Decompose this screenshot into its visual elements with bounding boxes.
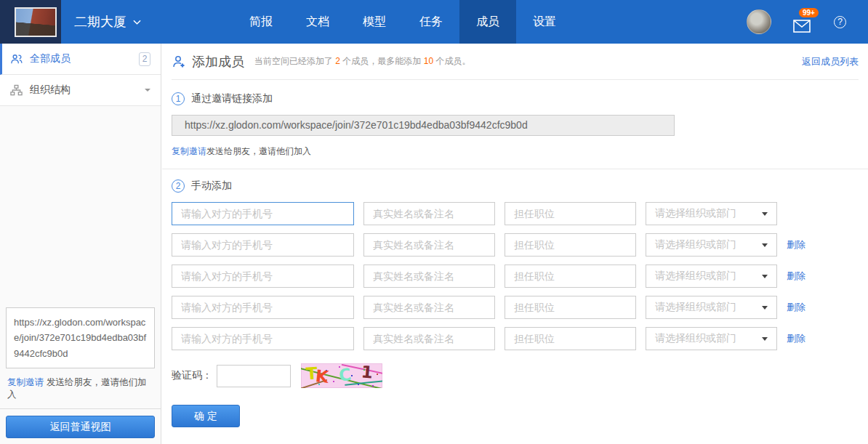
sidebar: 全部成员 2 组织结构 https://xz.glodon.com/worksp… xyxy=(0,44,161,444)
name-input[interactable] xyxy=(363,327,495,350)
max-member-count: 10 xyxy=(424,56,433,66)
captcha-input[interactable] xyxy=(217,365,291,387)
captcha-label: 验证码： xyxy=(172,369,212,382)
help-icon[interactable]: ? xyxy=(834,16,846,28)
top-header: 二期大厦 简报 文档 模型 任务 成员 设置 99+ ? xyxy=(0,0,868,44)
tab-documents[interactable]: 文档 xyxy=(289,0,346,44)
org-chart-icon xyxy=(10,84,23,97)
workspace-name: 二期大厦 xyxy=(74,13,126,31)
page-header: 添加成员 当前空间已经添加了 2 个成员，最多能添加 10 个成员。 返回成员列… xyxy=(172,44,859,80)
name-input[interactable] xyxy=(363,296,495,319)
org-select[interactable]: 请选择组织或部门 xyxy=(646,265,777,288)
divider xyxy=(0,408,161,409)
caret-down-icon xyxy=(762,243,768,250)
org-select[interactable]: 请选择组织或部门 xyxy=(646,296,777,319)
tab-models[interactable]: 模型 xyxy=(346,0,403,44)
manual-section-title: 手动添加 xyxy=(191,179,232,193)
sidebar-item-org-structure[interactable]: 组织结构 xyxy=(0,75,161,106)
invite-link-section: 1 通过邀请链接添加 https://xz.glodon.com/workspa… xyxy=(172,80,859,158)
delete-row-link[interactable]: 删除 xyxy=(787,332,805,345)
step-1-badge: 1 xyxy=(172,92,185,105)
caret-down-icon xyxy=(762,306,768,312)
phone-input[interactable] xyxy=(172,202,354,225)
caret-down-icon xyxy=(762,337,768,344)
caret-down-icon xyxy=(762,212,768,219)
copy-invite-hint: 发送给朋友，邀请他们加入 xyxy=(206,146,311,156)
sidebar-item-label: 组织结构 xyxy=(30,84,71,97)
member-row: 请选择组织或部门 删除 xyxy=(172,327,859,350)
sidebar-item-label: 全部成员 xyxy=(30,52,71,65)
tab-tasks[interactable]: 任务 xyxy=(403,0,459,44)
confirm-button[interactable]: 确 定 xyxy=(172,405,240,427)
sidebar-item-all-members[interactable]: 全部成员 2 xyxy=(0,44,161,75)
member-quota-note: 当前空间已经添加了 2 个成员，最多能添加 10 个成员。 xyxy=(254,55,470,68)
tab-settings[interactable]: 设置 xyxy=(516,0,573,44)
invite-section-title: 通过邀请链接添加 xyxy=(191,92,273,105)
phone-input[interactable] xyxy=(172,327,354,350)
messages-button[interactable]: 99+ xyxy=(793,9,812,34)
captcha-row: 验证码： T K C 1 xyxy=(172,363,859,388)
user-avatar[interactable] xyxy=(747,9,771,34)
step-2-badge: 2 xyxy=(172,179,185,193)
job-title-input[interactable] xyxy=(505,296,636,319)
name-input[interactable] xyxy=(363,233,495,257)
add-member-icon xyxy=(172,55,186,69)
tab-members[interactable]: 成员 xyxy=(459,0,516,44)
unread-count-badge: 99+ xyxy=(799,8,819,17)
envelope-icon xyxy=(793,20,811,33)
manual-add-section: 2 手动添加 请选择组织或部门 请选择组织或部门 xyxy=(172,169,859,427)
main-nav: 简报 文档 模型 任务 成员 设置 xyxy=(233,0,573,44)
job-title-input[interactable] xyxy=(505,202,636,225)
member-count-badge: 2 xyxy=(139,52,150,66)
member-row: 请选择组织或部门 删除 xyxy=(172,233,859,257)
job-title-input[interactable] xyxy=(505,327,636,350)
captcha-image[interactable]: T K C 1 xyxy=(301,363,382,388)
copy-invite-link[interactable]: 复制邀请 xyxy=(7,377,44,387)
chevron-down-icon xyxy=(133,18,141,26)
org-select[interactable]: 请选择组织或部门 xyxy=(646,233,777,257)
name-input[interactable] xyxy=(363,202,495,225)
org-select[interactable]: 请选择组织或部门 xyxy=(646,202,777,225)
member-row: 请选择组织或部门 删除 xyxy=(172,296,859,319)
caret-down-icon[interactable] xyxy=(145,89,150,94)
delete-row-link[interactable]: 删除 xyxy=(787,238,805,251)
member-rows: 请选择组织或部门 请选择组织或部门 删除 请选择组织或部门 xyxy=(172,202,859,350)
tab-briefing[interactable]: 简报 xyxy=(233,0,289,44)
phone-input[interactable] xyxy=(172,233,354,257)
copy-invite-link[interactable]: 复制邀请 xyxy=(172,146,206,156)
captcha-char: K xyxy=(315,366,329,387)
org-select[interactable]: 请选择组织或部门 xyxy=(646,327,777,350)
people-icon xyxy=(10,53,23,65)
invite-url-text[interactable]: https://xz.glodon.com/workspace/join/372… xyxy=(6,307,155,368)
back-to-member-list-link[interactable]: 返回成员列表 xyxy=(802,55,859,68)
captcha-char: C xyxy=(337,365,352,385)
job-title-input[interactable] xyxy=(505,233,636,257)
job-title-input[interactable] xyxy=(505,265,636,288)
invite-url-field[interactable]: https://xz.glodon.com/workspace/join/372… xyxy=(172,115,675,136)
page-title: 添加成员 xyxy=(192,53,244,70)
caret-down-icon xyxy=(762,275,768,281)
main-content: 添加成员 当前空间已经添加了 2 个成员，最多能添加 10 个成员。 返回成员列… xyxy=(162,44,868,444)
name-input[interactable] xyxy=(363,265,495,288)
member-row: 请选择组织或部门 xyxy=(172,202,859,225)
sidebar-invite-panel: https://xz.glodon.com/workspace/join/372… xyxy=(0,302,161,444)
member-row: 请选择组织或部门 删除 xyxy=(172,265,859,288)
phone-input[interactable] xyxy=(172,296,354,319)
delete-row-link[interactable]: 删除 xyxy=(787,270,805,283)
workspace-logo[interactable] xyxy=(0,0,61,44)
captcha-char: 1 xyxy=(361,363,374,382)
header-actions: 99+ ? xyxy=(747,0,846,44)
phone-input[interactable] xyxy=(172,265,354,288)
back-to-normal-view-button[interactable]: 返回普通视图 xyxy=(6,416,155,438)
workspace-switcher[interactable]: 二期大厦 xyxy=(74,13,141,31)
delete-row-link[interactable]: 删除 xyxy=(787,301,805,314)
workspace-thumbnail-image xyxy=(15,7,57,37)
